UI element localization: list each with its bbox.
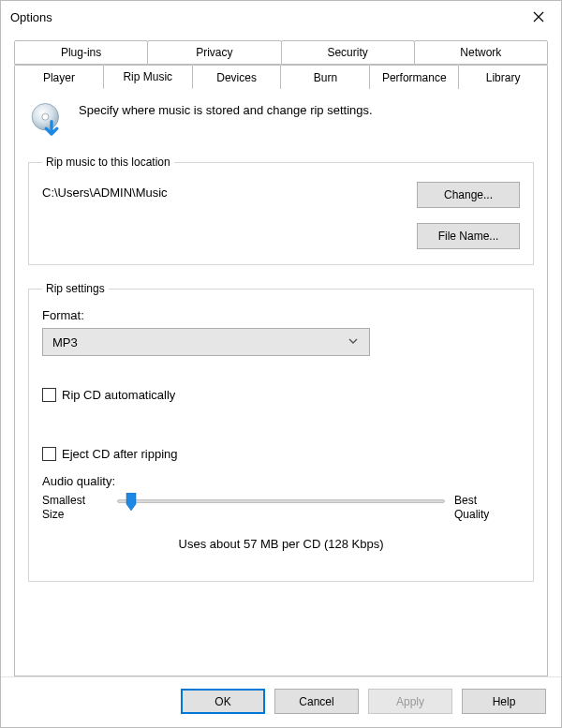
audio-quality-estimate: Uses about 57 MB per CD (128 Kbps)	[42, 537, 520, 551]
rip-auto-checkbox-row[interactable]: Rip CD automatically	[42, 388, 520, 402]
chevron-down-icon	[343, 335, 363, 349]
help-button[interactable]: Help	[462, 689, 546, 714]
rip-auto-checkbox[interactable]	[42, 388, 56, 402]
slider-min-label: Smallest Size	[42, 494, 108, 522]
format-select-value: MP3	[52, 335, 343, 349]
dialog-button-bar: OK Cancel Apply Help	[1, 676, 561, 727]
options-dialog: Options Plug-ins Privacy Security Networ…	[0, 0, 562, 728]
tab-rip-music[interactable]: Rip Music	[103, 65, 193, 89]
titlebar: Options	[1, 1, 561, 33]
tab-network[interactable]: Network	[414, 40, 548, 65]
svg-point-1	[42, 113, 49, 120]
eject-checkbox[interactable]	[42, 447, 56, 461]
dialog-body: Plug-ins Privacy Security Network Player…	[1, 33, 561, 676]
tab-panel-rip-music: Specify where music is stored and change…	[14, 88, 548, 676]
rip-settings-group: Rip settings Format: MP3 Rip CD automati…	[28, 282, 534, 582]
panel-header-text: Specify where music is stored and change…	[79, 101, 373, 117]
panel-header: Specify where music is stored and change…	[28, 101, 534, 139]
tab-security[interactable]: Security	[281, 40, 415, 65]
audio-quality-slider-row: Smallest Size Best Quality	[42, 494, 520, 522]
eject-label: Eject CD after ripping	[62, 447, 178, 461]
tab-burn[interactable]: Burn	[280, 65, 370, 89]
ok-button[interactable]: OK	[181, 689, 265, 714]
close-icon	[533, 11, 544, 22]
tab-player[interactable]: Player	[14, 65, 104, 89]
slider-max-label: Best Quality	[454, 494, 520, 522]
rip-location-legend: Rip music to this location	[42, 156, 174, 169]
format-select[interactable]: MP3	[42, 328, 370, 356]
rip-auto-label: Rip CD automatically	[62, 388, 175, 402]
rip-settings-legend: Rip settings	[42, 282, 109, 295]
change-location-button[interactable]: Change...	[417, 182, 520, 208]
cancel-button[interactable]: Cancel	[274, 689, 359, 714]
slider-thumb-icon[interactable]	[125, 493, 138, 512]
format-label: Format:	[42, 308, 520, 322]
window-title: Options	[10, 10, 518, 24]
tab-strip: Plug-ins Privacy Security Network Player…	[14, 40, 548, 89]
tab-privacy[interactable]: Privacy	[147, 40, 281, 65]
rip-location-path: C:\Users\ADMIN\Music	[42, 182, 417, 200]
apply-button[interactable]: Apply	[368, 689, 452, 714]
close-button[interactable]	[518, 2, 559, 32]
cd-rip-icon	[28, 101, 66, 139]
tab-library[interactable]: Library	[458, 65, 548, 89]
rip-location-group: Rip music to this location C:\Users\ADMI…	[28, 156, 534, 265]
tab-performance[interactable]: Performance	[369, 65, 459, 89]
file-name-button[interactable]: File Name...	[417, 223, 520, 249]
tab-devices[interactable]: Devices	[192, 65, 282, 89]
tab-plug-ins[interactable]: Plug-ins	[14, 40, 148, 65]
audio-quality-label: Audio quality:	[42, 474, 520, 488]
audio-quality-slider[interactable]	[117, 494, 445, 503]
eject-checkbox-row[interactable]: Eject CD after ripping	[42, 447, 520, 461]
